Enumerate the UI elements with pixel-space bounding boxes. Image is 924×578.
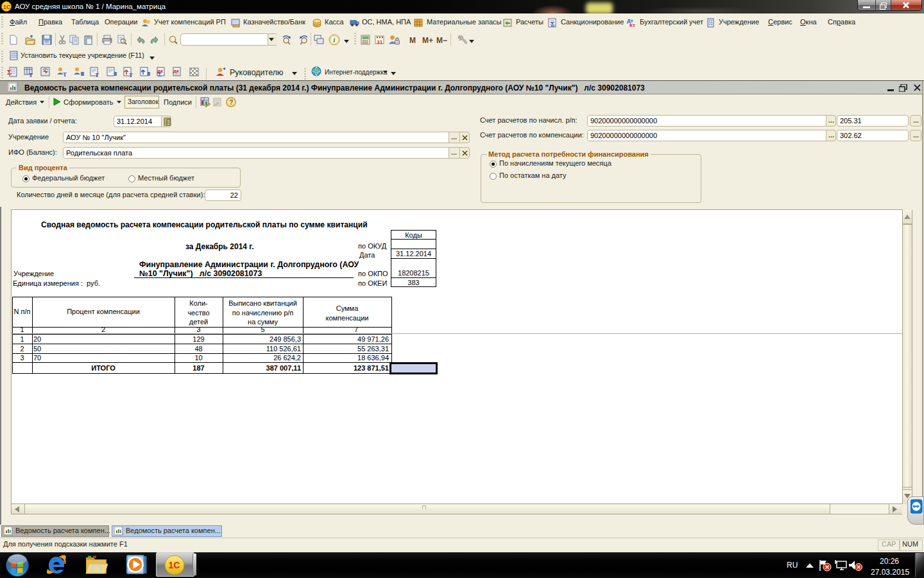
svg-text:T: T <box>95 72 99 77</box>
svg-text:Σ: Σ <box>158 71 162 77</box>
svg-text:T: T <box>129 72 133 77</box>
svg-text:Σ: Σ <box>551 21 555 28</box>
svg-text:?: ? <box>229 99 233 106</box>
svg-text:1С: 1С <box>169 560 180 570</box>
svg-text:дк: дк <box>173 68 180 74</box>
svg-text:T: T <box>29 72 33 77</box>
svg-text:Σ: Σ <box>7 68 12 76</box>
svg-text:1С: 1С <box>3 4 11 10</box>
svg-text:T: T <box>63 71 67 77</box>
svg-text:31: 31 <box>377 39 382 45</box>
svg-text:Кт: Кт <box>629 22 635 28</box>
